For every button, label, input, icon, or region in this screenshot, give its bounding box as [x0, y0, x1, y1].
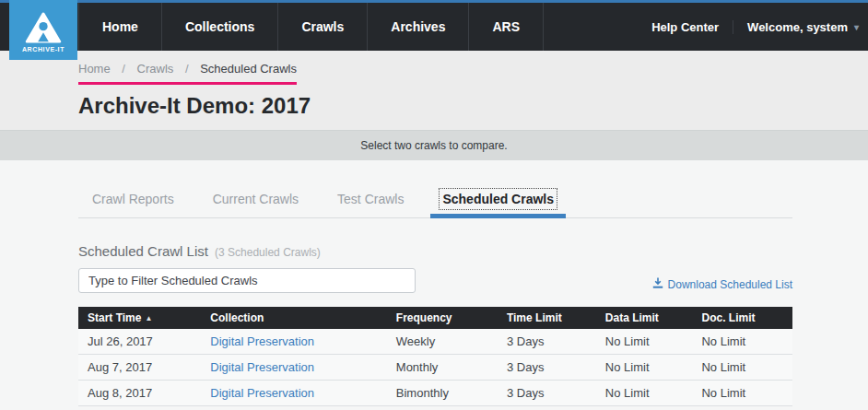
column-header-collection[interactable]: Collection — [201, 307, 387, 329]
nav-item-crawls[interactable]: Crawls — [278, 3, 368, 51]
cell-frequency: Bimonthly — [387, 381, 498, 406]
nav-item-ars[interactable]: ARS — [469, 3, 544, 51]
user-menu-label: Welcome, system — [747, 20, 848, 34]
download-icon — [652, 277, 668, 291]
help-center-link[interactable]: Help Center — [651, 20, 733, 34]
breadcrumb-separator: / — [185, 62, 189, 76]
list-heading-text: Scheduled Crawl List — [78, 243, 208, 259]
user-menu[interactable]: Welcome, system ▾ — [733, 20, 859, 34]
top-navigation-bar: ARCHIVE-IT Home Collections Crawls Archi… — [0, 3, 868, 51]
page-head-section: Home / Crawls / Scheduled Crawls Archive… — [0, 51, 868, 130]
filter-row: Download Scheduled List — [78, 268, 792, 293]
chevron-down-icon: ▾ — [854, 22, 859, 32]
breadcrumb-home-link[interactable]: Home — [78, 62, 111, 76]
cell-doc-limit: No Limit — [692, 329, 792, 355]
cell-start-time: Aug 7, 2017 — [78, 355, 201, 381]
sort-ascending-icon: ▲ — [145, 314, 152, 322]
column-header-doc-limit[interactable]: Doc. Limit — [692, 307, 792, 329]
collection-link[interactable]: Digital Preservation — [210, 360, 314, 374]
collection-link[interactable]: Digital Preservation — [210, 386, 314, 400]
column-header-time-limit[interactable]: Time Limit — [498, 307, 596, 329]
column-header-data-limit[interactable]: Data Limit — [596, 307, 693, 329]
archive-it-logo-text: ARCHIVE-IT — [22, 46, 65, 53]
table-header-row: Start Time▲ Collection Frequency Time Li… — [78, 307, 792, 329]
page-title: Archive-It Demo: 2017 — [78, 93, 792, 119]
cell-time-limit: 3 Days — [498, 355, 596, 381]
list-count-note: (3 Scheduled Crawls) — [215, 246, 321, 259]
cell-data-limit: No Limit — [596, 381, 693, 406]
cell-start-time: Aug 8, 2017 — [78, 381, 201, 406]
tab-current-crawls[interactable]: Current Crawls — [213, 189, 299, 217]
nav-item-home[interactable]: Home — [78, 3, 162, 51]
cell-frequency: Monthly — [387, 355, 498, 381]
tab-crawl-reports[interactable]: Crawl Reports — [92, 189, 174, 217]
cell-data-limit: No Limit — [596, 355, 693, 381]
crawl-tabs: Crawl Reports Current Crawls Test Crawls… — [78, 189, 792, 218]
scheduled-crawl-list-heading: Scheduled Crawl List (3 Scheduled Crawls… — [78, 243, 792, 259]
table-row: Aug 8, 2017 Digital Preservation Bimonth… — [78, 381, 792, 406]
download-link-label: Download Scheduled List — [668, 278, 792, 291]
compare-notice: Select two crawls to compare. — [0, 130, 868, 160]
cell-time-limit: 3 Days — [498, 381, 596, 406]
breadcrumb-current: Scheduled Crawls — [200, 62, 297, 76]
cell-time-limit: 3 Days — [498, 329, 596, 355]
download-scheduled-list-link[interactable]: Download Scheduled List — [652, 277, 792, 293]
cell-doc-limit: No Limit — [692, 355, 792, 381]
nav-item-collections[interactable]: Collections — [162, 3, 278, 51]
cell-start-time: Jul 26, 2017 — [78, 329, 201, 355]
header-right-group: Help Center Welcome, system ▾ — [651, 3, 859, 51]
breadcrumb-crawls-link[interactable]: Crawls — [137, 62, 174, 76]
archive-it-logo-icon — [25, 8, 62, 43]
archive-it-logo[interactable]: ARCHIVE-IT — [9, 0, 77, 60]
scheduled-crawls-table: Start Time▲ Collection Frequency Time Li… — [78, 307, 792, 406]
cell-doc-limit: No Limit — [692, 381, 792, 406]
cell-data-limit: No Limit — [596, 329, 693, 355]
column-header-start-time[interactable]: Start Time▲ — [78, 307, 201, 329]
breadcrumb-separator: / — [122, 62, 125, 76]
tab-test-crawls[interactable]: Test Crawls — [337, 189, 404, 217]
cell-frequency: Weekly — [387, 329, 498, 355]
main-content: Crawl Reports Current Crawls Test Crawls… — [0, 160, 868, 406]
filter-input[interactable] — [78, 268, 416, 293]
column-header-frequency[interactable]: Frequency — [387, 307, 498, 329]
tab-scheduled-crawls[interactable]: Scheduled Crawls — [442, 189, 554, 217]
table-row: Jul 26, 2017 Digital Preservation Weekly… — [78, 329, 792, 355]
table-row: Aug 7, 2017 Digital Preservation Monthly… — [78, 355, 792, 381]
collection-link[interactable]: Digital Preservation — [210, 334, 314, 348]
breadcrumb: Home / Crawls / Scheduled Crawls — [78, 62, 297, 85]
nav-item-archives[interactable]: Archives — [368, 3, 469, 51]
